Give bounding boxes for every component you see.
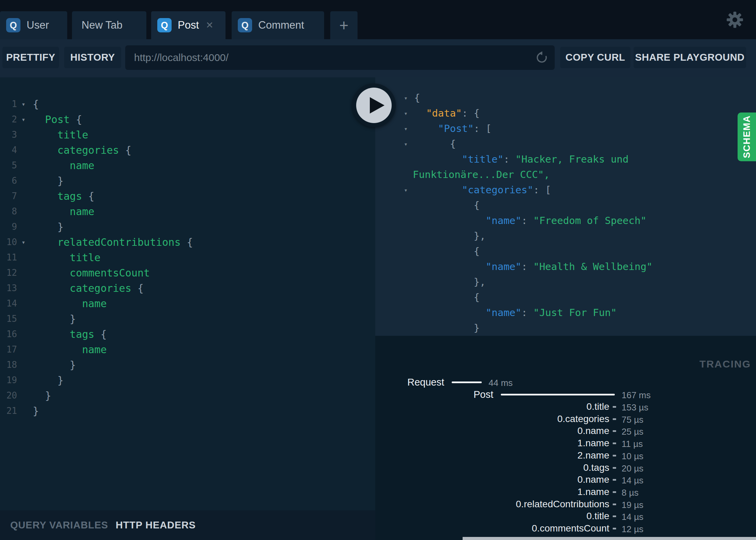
fold-arrow-icon[interactable]: ▾ [404, 136, 408, 152]
code-text: } [33, 373, 63, 388]
token: } [474, 322, 480, 334]
response-line: { [375, 290, 756, 305]
fold-arrow-icon[interactable]: ▾ [404, 90, 408, 106]
fold-gutter [17, 158, 33, 173]
editor-line: 6} [0, 173, 375, 189]
trace-resolver-row: 0.categories75 µs [375, 413, 756, 425]
trace-resolver-label: 2.name [578, 449, 609, 462]
share-playground-button[interactable]: SHARE PLAYGROUND [634, 47, 746, 68]
editor-footer-bar: QUERY VARIABLES HTTP HEADERS [0, 510, 375, 540]
line-number: 3 [0, 127, 17, 142]
tab-http-headers[interactable]: HTTP HEADERS [116, 520, 196, 531]
query-badge-icon: Q [157, 18, 172, 32]
trace-duration: 11 µs [622, 438, 643, 450]
token: { [88, 190, 94, 202]
tab-post[interactable]: Q Post ✕ [151, 11, 226, 39]
prettify-button[interactable]: PRETTIFY [2, 47, 59, 68]
close-icon[interactable]: ✕ [206, 20, 214, 31]
token: { [474, 199, 480, 211]
code-text: "title": "Hacker, Freaks und [375, 153, 629, 165]
tab-user[interactable]: Q User [0, 11, 67, 39]
query-editor[interactable]: 1▾{2▾Post {3title4categories {5name6}7ta… [0, 77, 375, 510]
token: : [521, 307, 533, 318]
code-text: { [375, 138, 456, 150]
editor-line: 4categories { [0, 142, 375, 158]
token: Post [45, 114, 76, 125]
query-badge-icon: Q [6, 18, 20, 32]
fold-gutter [17, 373, 33, 388]
token: : [474, 123, 486, 134]
editor-line: 15} [0, 311, 375, 327]
horizontal-scrollbar[interactable] [463, 537, 756, 540]
response-line: }, [375, 228, 756, 244]
line-number: 10 [0, 235, 17, 250]
fold-gutter [17, 204, 33, 219]
trace-span-label: Post [474, 388, 493, 401]
fold-arrow-icon[interactable]: ▾ [404, 106, 408, 121]
tab-query-variables[interactable]: QUERY VARIABLES [10, 520, 108, 531]
fold-arrow-icon[interactable]: ▾ [17, 96, 33, 112]
editor-line: 2▾Post { [0, 112, 375, 127]
line-number: 5 [0, 158, 17, 173]
code-text: } [33, 388, 51, 403]
code-text: commentsCount [33, 265, 150, 281]
fold-gutter [17, 189, 33, 204]
fold-gutter [17, 219, 33, 235]
response-line: }, [375, 274, 756, 290]
trace-resolver-row: 0.title14 µs [375, 510, 756, 522]
token: } [57, 175, 63, 187]
tab-bar: Q User New Tab Q Post ✕ Q Comment + [0, 0, 756, 39]
response-line: ▾{ [375, 90, 756, 106]
fold-gutter [17, 311, 33, 327]
tab-comment[interactable]: Q Comment [232, 11, 324, 39]
trace-dash-icon [613, 406, 616, 408]
graphql-playground: Q User New Tab Q Post ✕ Q Comment + [0, 0, 756, 540]
editor-line: 13categories { [0, 281, 375, 296]
copy-curl-button[interactable]: COPY CURL [560, 47, 630, 68]
fold-arrow-icon[interactable]: ▾ [404, 121, 408, 136]
tab-new-tab[interactable]: New Tab [72, 11, 146, 39]
code-text: "name": "Just For Fun" [375, 307, 617, 318]
trace-duration: 25 µs [622, 425, 643, 438]
token: categories [70, 282, 137, 294]
fold-gutter [17, 388, 33, 403]
code-text: "Post": [ [375, 123, 492, 134]
trace-resolver-label: 1.name [578, 486, 609, 498]
trace-span-row: Post167 ms [375, 388, 756, 401]
fold-arrow-icon[interactable]: ▾ [17, 235, 33, 250]
token: "Freedom of Speech" [533, 215, 646, 226]
trace-duration: 12 µs [622, 523, 643, 535]
code-text: } [33, 219, 63, 235]
token: { [187, 236, 193, 248]
code-text: } [33, 311, 76, 327]
code-text: } [375, 322, 480, 334]
reload-icon[interactable] [535, 51, 549, 64]
token: : [521, 215, 533, 226]
fold-arrow-icon[interactable]: ▾ [17, 112, 33, 127]
editor-line: 21} [0, 403, 375, 419]
schema-side-tab[interactable]: SCHEMA [738, 112, 756, 161]
plus-icon: + [339, 16, 349, 34]
execute-button[interactable] [352, 84, 396, 127]
line-number: 9 [0, 219, 17, 235]
history-button[interactable]: HISTORY [64, 47, 121, 68]
response-line: "name": "Health & Wellbeing" [375, 259, 756, 274]
line-number: 16 [0, 327, 17, 342]
token: { [137, 282, 144, 294]
token: { [76, 114, 82, 125]
token: : [504, 153, 515, 165]
fold-gutter [17, 296, 33, 311]
fold-arrow-icon[interactable]: ▾ [404, 182, 408, 198]
token: }, [474, 276, 486, 288]
trace-dash-icon [613, 479, 616, 481]
settings-gear-icon[interactable] [726, 11, 744, 29]
token: } [70, 313, 76, 325]
code-text: }, [375, 230, 486, 242]
trace-dash-icon [613, 491, 616, 493]
trace-resolver-row: 1.name8 µs [375, 486, 756, 498]
line-number: 17 [0, 342, 17, 357]
token: "Hacker, Freaks und [515, 153, 629, 165]
add-tab-button[interactable]: + [330, 11, 358, 39]
url-input[interactable]: http://localhost:4000/ [125, 45, 555, 70]
response-line: ▾"data": { [375, 106, 756, 121]
